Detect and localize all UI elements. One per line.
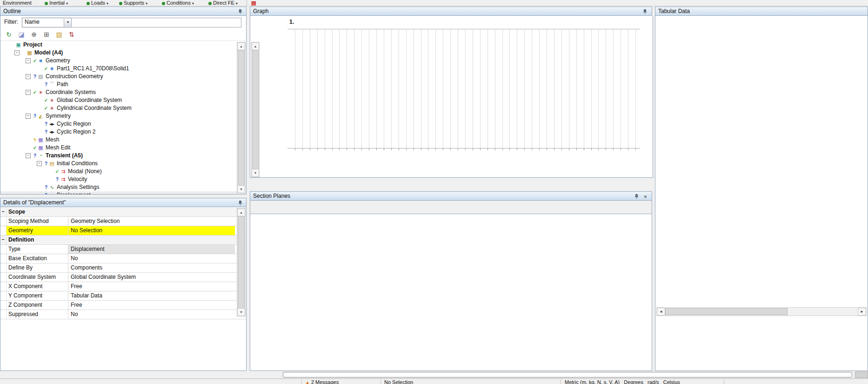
scroll-up-icon[interactable]: ▲	[237, 42, 245, 50]
tree-item-analysis-settings[interactable]: ?∿Analysis Settings	[0, 183, 237, 191]
coordsys-icon: ∗	[48, 96, 55, 104]
tree-expander-icon[interactable]: −	[14, 50, 20, 55]
scroll-up-icon[interactable]: ▲	[237, 209, 245, 216]
property-value[interactable]: No	[68, 254, 235, 263]
scroll-down-icon[interactable]: ▼	[237, 308, 245, 316]
tree-item-coordinate-systems[interactable]: −✓∗Coordinate Systems	[0, 88, 237, 96]
chevron-down-icon[interactable]: ▼	[64, 19, 72, 27]
tree-expander-icon[interactable]: −	[26, 153, 31, 158]
tree-item-transient-a5[interactable]: −?◔Transient (A5)	[0, 152, 237, 160]
menu-environment[interactable]: Environment	[3, 0, 32, 6]
gridline	[554, 29, 554, 148]
tree-expander-icon[interactable]: −	[26, 114, 31, 119]
tree-item-geometry[interactable]: −✓■Geometry	[0, 57, 237, 65]
status-question-icon: ?	[44, 81, 48, 88]
tree-item-symmetry[interactable]: −?◭Symmetry	[0, 112, 237, 120]
gridline	[302, 29, 303, 148]
tree-item-cylindrical-coordinate-system[interactable]: ✓∗Cylindrical Coordinate System	[0, 104, 237, 112]
scroll-down-icon[interactable]: ▼	[237, 185, 245, 193]
horizontal-scrollbar[interactable]	[283, 372, 852, 377]
tree-item-label: Symmetry	[46, 112, 71, 120]
property-value[interactable]: Global Coordinate System	[68, 273, 235, 282]
tree-expander-icon[interactable]: −	[26, 58, 31, 63]
tree-item-model-a4[interactable]: −▩Model (A4)	[0, 49, 237, 57]
tree-item-construction-geometry[interactable]: −?▧Construction Geometry	[0, 73, 237, 81]
tree-item-label: Part1_RC1 A1_70D08\Solid1	[57, 65, 129, 73]
tree-item-displacement[interactable]: ?◈Displacement	[0, 191, 237, 194]
menu-supports[interactable]: Supports▾	[119, 0, 147, 6]
erase-filter-icon[interactable]: ◪	[17, 30, 26, 39]
x-tick	[458, 148, 458, 150]
status-question-icon: ?	[44, 183, 48, 191]
tree-expander-icon[interactable]: −	[26, 90, 31, 95]
tree-item-mesh-edit[interactable]: ✓▦Mesh Edit	[0, 144, 237, 152]
scroll-right-icon[interactable]: ►	[858, 308, 866, 316]
filter-search-input[interactable]	[71, 18, 241, 27]
menu-conditions[interactable]: Conditions▾	[162, 0, 194, 6]
tree-expander-icon[interactable]: −	[37, 161, 42, 166]
property-value[interactable]: Geometry Selection	[68, 217, 235, 226]
row-gutter	[0, 301, 7, 310]
details-scrollbar[interactable]: ▲ ▼	[237, 208, 246, 317]
property-value[interactable]: Displacement	[68, 245, 235, 254]
menu-inertial[interactable]: Inertial▾	[45, 0, 68, 6]
tree-item-part1-rc1-a1-70d08-solid1[interactable]: ✓■Part1_RC1 A1_70D08\Solid1	[0, 65, 237, 73]
graph-left-scrollbar[interactable]: ▲ ▼	[251, 42, 260, 177]
tree-item-path[interactable]: ?⌒Path	[0, 81, 237, 88]
sort-az-icon[interactable]: ⇅	[67, 30, 76, 39]
property-value[interactable]: Tabular Data	[68, 291, 235, 300]
x-tick	[354, 148, 354, 150]
tree-item-velocity[interactable]: ?⇉Velocity	[0, 175, 237, 183]
menu-item-icon	[45, 2, 48, 5]
tree-item-project[interactable]: ▣Project	[0, 41, 237, 49]
property-value[interactable]: Components	[68, 263, 235, 272]
property-value[interactable]: Free	[68, 282, 235, 291]
property-label: Type	[7, 245, 68, 254]
x-tick	[495, 148, 495, 150]
gridline	[443, 29, 443, 148]
property-value[interactable]: No	[68, 310, 235, 319]
gridline	[354, 29, 354, 148]
initcond-icon: ▤	[48, 160, 55, 168]
tree-item-mesh[interactable]: ϟ▦Mesh	[0, 136, 237, 144]
x-tick	[369, 148, 369, 150]
tree-item-global-coordinate-system[interactable]: ✓∗Global Coordinate System	[0, 96, 237, 104]
section-label: Definition	[7, 236, 246, 244]
filter-probe-icon[interactable]: ⊕	[29, 30, 39, 39]
property-value[interactable]: Free	[68, 301, 235, 310]
gridline	[361, 29, 362, 148]
tree-item-cyclic-region-2[interactable]: ?◀▶Cyclic Region 2	[0, 128, 237, 136]
tree-item-label: Mesh Edit	[46, 144, 70, 152]
gridline	[613, 29, 614, 148]
worksheet-icon[interactable]: ▤	[251, 0, 256, 6]
outline-scrollbar[interactable]: ▲ ▼	[237, 42, 246, 194]
details-row-y-component: Y ComponentTabular Data	[0, 291, 246, 301]
pin-icon[interactable]	[634, 194, 639, 199]
refresh-icon[interactable]: ↻	[4, 30, 13, 39]
filter-name-dropdown[interactable]: Name ▼	[22, 18, 73, 27]
x-tick	[524, 148, 525, 150]
tree-item-modal-none[interactable]: ✓⇉Modal (None)	[0, 168, 237, 175]
expand-all-icon[interactable]: ⊞	[42, 30, 51, 39]
tree-expander-icon[interactable]: −	[26, 74, 31, 79]
menu-direct-fe[interactable]: Direct FE▾	[208, 0, 238, 6]
scroll-down-icon[interactable]: ▼	[252, 169, 259, 177]
status-messages[interactable]: ▲2 Messages	[305, 379, 339, 384]
tree-item-cyclic-region[interactable]: ?◀▶Cyclic Region	[0, 120, 237, 128]
cyclic-icon: ◀▶	[48, 120, 55, 128]
outline-toolbar: ↻◪⊕⊞▨⇅	[0, 29, 246, 41]
property-value[interactable]: No Selection	[68, 226, 235, 235]
scroll-up-icon[interactable]: ▲	[252, 42, 259, 50]
menu-loads[interactable]: Loads▾	[87, 0, 108, 6]
displacement-icon: ◈	[48, 191, 55, 194]
details-section-scope: −Scope	[0, 208, 246, 217]
scroll-left-icon[interactable]: ◄	[657, 308, 665, 316]
pin-icon[interactable]	[238, 200, 242, 206]
pin-icon[interactable]	[643, 9, 647, 14]
pin-icon[interactable]	[238, 9, 242, 14]
x-tick	[317, 148, 318, 150]
tree-item-initial-conditions[interactable]: −?▤Initial Conditions	[0, 160, 237, 168]
collapse-folder-icon[interactable]: ▨	[54, 30, 64, 39]
tabular-hscrollbar[interactable]: ◄ ►	[656, 307, 867, 316]
menu-item-icon	[119, 2, 122, 5]
